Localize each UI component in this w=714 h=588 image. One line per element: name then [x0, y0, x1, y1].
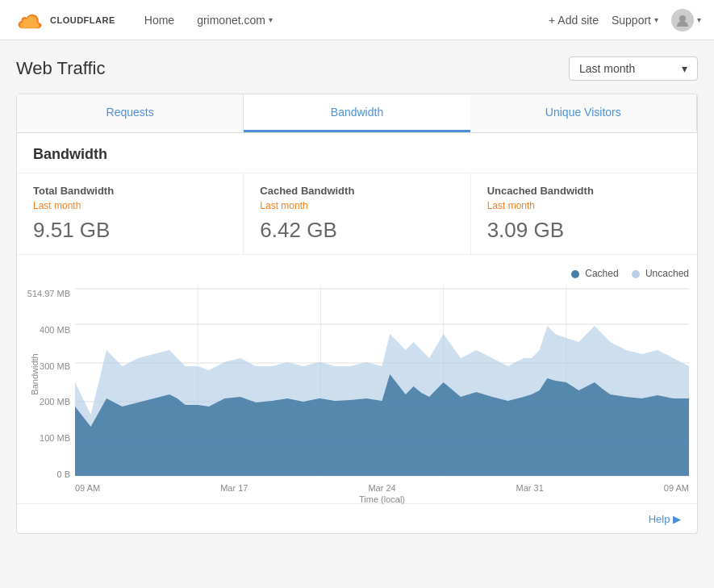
- y-label-3: 200 MB: [40, 397, 70, 407]
- x-label-2: Mar 24: [368, 483, 395, 493]
- y-axis-labels: 514.97 MB 400 MB 300 MB 200 MB 100 MB 0 …: [25, 286, 75, 495]
- support-menu[interactable]: Support ▾: [612, 14, 658, 27]
- stat-total-period: Last month: [33, 200, 227, 211]
- cloudflare-logo-icon: [13, 7, 48, 33]
- main-content: Web Traffic Last month ▾ Requests Bandwi…: [0, 40, 714, 534]
- stat-uncached-bandwidth: Uncached Bandwidth Last month 3.09 GB: [471, 173, 697, 254]
- x-label-1: Mar 17: [220, 483, 248, 493]
- uncached-legend-label: Uncached: [645, 268, 689, 279]
- tab-requests-label: Requests: [106, 106, 154, 119]
- tab-bandwidth[interactable]: Bandwidth: [244, 94, 470, 132]
- x-label-3: Mar 31: [516, 483, 544, 493]
- time-selector-value: Last month: [579, 62, 635, 75]
- bandwidth-chart: [75, 286, 689, 479]
- x-label-0: 09 AM: [75, 483, 100, 493]
- stat-cached-period: Last month: [260, 200, 453, 211]
- stat-cached-bandwidth: Cached Bandwidth Last month 6.42 GB: [244, 173, 470, 254]
- x-axis-labels: 09 AM Mar 17 Mar 24 Mar 31 09 AM: [75, 483, 689, 493]
- navbar: CLOUDFLARE Home grimonet.com ▾ + Add sit…: [0, 0, 714, 40]
- time-selector-chevron-icon: ▾: [682, 62, 687, 75]
- y-label-2: 300 MB: [40, 361, 70, 371]
- page-title: Web Traffic: [16, 58, 105, 79]
- domain-selector[interactable]: grimonet.com ▾: [187, 14, 282, 27]
- navbar-right: + Add site Support ▾ ▾: [549, 9, 701, 31]
- card-footer: Help ▶: [17, 503, 697, 533]
- stat-total-bandwidth: Total Bandwidth Last month 9.51 GB: [17, 173, 244, 254]
- chart-container: 514.97 MB 400 MB 300 MB 200 MB 100 MB 0 …: [25, 286, 689, 495]
- stat-total-label: Total Bandwidth: [33, 185, 227, 197]
- time-selector-dropdown[interactable]: Last month ▾: [569, 56, 698, 81]
- domain-chevron-icon: ▾: [269, 15, 273, 24]
- stats-row: Total Bandwidth Last month 9.51 GB Cache…: [17, 173, 697, 255]
- add-site-button[interactable]: + Add site: [549, 14, 599, 27]
- tab-bandwidth-label: Bandwidth: [331, 106, 383, 119]
- chart-legend: Cached Uncached: [25, 268, 689, 279]
- legend-uncached: Uncached: [632, 268, 689, 279]
- cloudflare-logo-text: CLOUDFLARE: [50, 15, 115, 25]
- cached-legend-label: Cached: [585, 268, 618, 279]
- home-link[interactable]: Home: [135, 0, 184, 40]
- user-avatar-icon: [671, 9, 694, 31]
- page-header: Web Traffic Last month ▾: [16, 56, 698, 81]
- y-axis-title: Bandwidth: [30, 353, 40, 394]
- cloudflare-logo[interactable]: CLOUDFLARE: [13, 7, 115, 33]
- user-chevron-icon: ▾: [697, 15, 701, 24]
- stat-cached-value: 6.42 GB: [260, 218, 453, 243]
- tab-unique-visitors-label: Unique Visitors: [545, 106, 621, 119]
- cached-dot-icon: [571, 270, 579, 278]
- stat-uncached-period: Last month: [487, 200, 681, 211]
- x-axis-title: Time (local): [75, 494, 689, 504]
- stat-total-value: 9.51 GB: [33, 218, 227, 243]
- y-label-4: 100 MB: [40, 433, 70, 443]
- support-label: Support: [612, 14, 651, 27]
- y-label-1: 400 MB: [40, 325, 70, 335]
- navbar-links: Home grimonet.com ▾: [135, 0, 549, 40]
- x-label-4: 09 AM: [664, 483, 689, 493]
- tab-requests[interactable]: Requests: [17, 94, 244, 132]
- section-title: Bandwidth: [17, 133, 697, 173]
- support-chevron-icon: ▾: [654, 15, 658, 24]
- y-label-5: 0 B: [56, 469, 70, 479]
- help-link[interactable]: Help ▶: [649, 513, 681, 525]
- tabs-container: Requests Bandwidth Unique Visitors: [17, 94, 697, 133]
- user-menu[interactable]: ▾: [671, 9, 701, 31]
- stat-uncached-value: 3.09 GB: [487, 218, 681, 243]
- uncached-dot-icon: [632, 270, 640, 278]
- domain-label: grimonet.com: [197, 14, 265, 27]
- y-label-0: 514.97 MB: [27, 289, 70, 298]
- chart-area: Cached Uncached 514.97 MB 400 MB 300 MB …: [17, 255, 697, 503]
- chart-svg-wrapper: 09 AM Mar 17 Mar 24 Mar 31 09 AM Time (l…: [75, 286, 689, 495]
- svg-point-0: [679, 15, 686, 22]
- legend-cached: Cached: [571, 268, 619, 279]
- tab-unique-visitors[interactable]: Unique Visitors: [470, 94, 697, 132]
- stat-uncached-label: Uncached Bandwidth: [487, 185, 681, 197]
- stat-cached-label: Cached Bandwidth: [260, 185, 453, 197]
- traffic-card: Requests Bandwidth Unique Visitors Bandw…: [16, 94, 698, 534]
